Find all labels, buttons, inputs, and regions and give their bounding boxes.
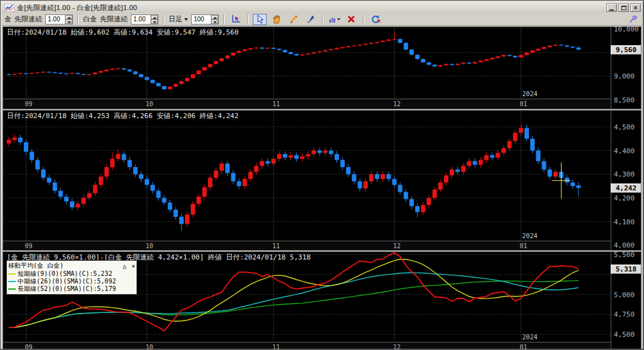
select-arrow-button[interactable] xyxy=(253,14,267,25)
chart-window: 金[先限連続]1.00 - 白金[先限連続]1.00 × 金 先限連続 1.00… xyxy=(0,0,644,350)
y-tick-label: 4,500 xyxy=(614,331,635,339)
x-month-label: 09 xyxy=(25,344,32,350)
y-tick-label: 4,200 xyxy=(614,194,635,202)
gold-candlestick-plot[interactable]: 2024 xyxy=(3,27,641,109)
toolbar-separator xyxy=(77,14,79,25)
chart-type-button[interactable] xyxy=(328,14,341,25)
gold-multiplier-input[interactable]: 1.00 xyxy=(45,14,73,25)
settings-wrench-icon[interactable] xyxy=(628,14,638,24)
y-tick-label: 4,500 xyxy=(614,123,635,131)
y-tick-label: 4,750 xyxy=(614,310,635,319)
y-tick-label: 10,000 xyxy=(614,25,639,33)
y-tick-label: 4,000 xyxy=(614,241,635,249)
platinum-price-label: 4,242 xyxy=(611,183,641,193)
ma-long-label: 長期線(52)(0)(SMA)(C):5,179 xyxy=(18,285,116,293)
platinum-series-label: 先限連続 xyxy=(100,14,128,24)
x-month-label: 09 xyxy=(25,243,32,249)
spread-chart-panel[interactable]: 2024 [金 先限連続 9,560×1.00]-[白金 先限連続 4,242×… xyxy=(3,251,641,349)
chart-type-icon xyxy=(328,14,341,24)
toolbar: 金 先限連続 1.00 白金 先限連続 1.00 日足 100 xyxy=(2,13,642,26)
bar-count-down-button[interactable] xyxy=(211,19,218,24)
y-tick-label: 4,100 xyxy=(614,218,635,226)
period-select[interactable]: 日足 xyxy=(169,14,182,24)
spread-price-label: 5,318 xyxy=(611,265,641,274)
gold-multiplier-up-button[interactable] xyxy=(65,15,72,19)
toolbar-separator xyxy=(363,14,364,25)
legend-title: 移動平均(金 白金) xyxy=(8,261,64,270)
y-tick-label: 8,500 xyxy=(614,96,635,104)
x-month-label: 10 xyxy=(146,243,153,249)
pencil-draw-button[interactable] xyxy=(287,14,301,25)
axis-pointer-icon xyxy=(230,14,242,24)
gold-series-label: 先限連続 xyxy=(14,14,42,24)
close-button[interactable]: × xyxy=(630,3,641,12)
pen-annotate-icon xyxy=(305,14,316,24)
x-month-label: 09 xyxy=(25,101,32,107)
y-tick-label: 9,000 xyxy=(614,72,635,80)
gold-x-axis: 0910111201 xyxy=(3,99,611,109)
platinum-x-axis: 0910111201 xyxy=(3,241,611,250)
legend-collapse-button[interactable]: △ xyxy=(123,263,126,270)
y-tick-label: 4,300 xyxy=(614,170,635,178)
x-month-label: 01 xyxy=(519,344,527,350)
x-month-label: 11 xyxy=(272,243,280,249)
toolbar-separator xyxy=(322,14,323,25)
refresh-button[interactable]: R xyxy=(369,14,382,25)
maximize-icon xyxy=(621,6,626,10)
title-bar[interactable]: 金[先限連続]1.00 - 白金[先限連続]1.00 × xyxy=(2,2,642,13)
gold-y-axis: 10,0009,0008,500 xyxy=(611,27,641,109)
delete-red-x-icon xyxy=(346,14,357,24)
platinum-candlestick-plot[interactable]: 2024 xyxy=(3,111,641,250)
toolbar-separator xyxy=(247,14,248,25)
minimize-button[interactable] xyxy=(606,3,617,12)
platinum-y-axis: 4,5004,4004,3004,2004,1004,000 xyxy=(611,111,641,250)
pencil-draw-icon xyxy=(288,14,299,24)
x-month-label: 10 xyxy=(146,101,153,107)
y-tick-label: 5,000 xyxy=(614,291,635,299)
ma-short-line-swatch xyxy=(8,273,16,275)
y-tick-label: 4,400 xyxy=(614,147,635,155)
x-month-label: 10 xyxy=(146,344,153,350)
platinum-multiplier-down-button[interactable] xyxy=(151,19,158,24)
toolbar-separator xyxy=(223,14,225,25)
platinum-multiplier-input[interactable]: 1.00 xyxy=(131,14,158,25)
platinum-multiplier-up-button[interactable] xyxy=(151,15,158,19)
axis-pointer-button[interactable] xyxy=(229,14,243,25)
x-month-label: 12 xyxy=(393,101,401,107)
gold-symbol-label: 金 xyxy=(4,14,11,24)
svg-text:R: R xyxy=(377,19,380,23)
delete-red-x-button[interactable] xyxy=(345,14,358,25)
select-arrow-icon xyxy=(254,14,265,24)
ma-mid-line-swatch xyxy=(8,281,16,282)
y-tick-label: 5,500 xyxy=(614,251,635,259)
maximize-button[interactable] xyxy=(618,3,629,12)
gold-price-label: 9,560 xyxy=(611,45,641,55)
gold-multiplier-down-button[interactable] xyxy=(65,19,72,24)
x-month-label: 11 xyxy=(272,344,280,350)
svg-text:2024: 2024 xyxy=(522,334,537,341)
hand-pan-icon xyxy=(271,14,282,24)
x-month-label: 01 xyxy=(519,101,527,107)
svg-text:2024: 2024 xyxy=(522,232,537,239)
toolbar-separator xyxy=(163,14,164,25)
x-month-label: 01 xyxy=(519,243,527,249)
x-month-label: 11 xyxy=(272,101,280,107)
chart-client-area: 2024 日付:2024/01/18 始値:9,602 高値:9,634 安値:… xyxy=(2,26,642,348)
spread-x-axis: 0910111201 xyxy=(3,342,611,349)
platinum-chart-panel[interactable]: 2024 日付:2024/01/18 始値:4,253 高値:4,266 安値:… xyxy=(3,110,641,251)
gold-chart-panel[interactable]: 2024 日付:2024/01/18 始値:9,602 高値:9,634 安値:… xyxy=(3,26,641,109)
bar-count-up-button[interactable] xyxy=(211,15,218,19)
bar-count-input[interactable]: 100 xyxy=(191,14,219,25)
close-icon: × xyxy=(633,4,637,11)
period-dropdown-icon[interactable] xyxy=(184,18,188,21)
pen-annotate-button[interactable] xyxy=(304,14,318,25)
x-month-label: 12 xyxy=(393,344,401,350)
ma-legend: 移動平均(金 白金) △ × 短期線(9)(0)(SMA)(C):5,232 中… xyxy=(6,260,137,295)
platinum-symbol-label: 白金 xyxy=(83,14,97,24)
refresh-icon: R xyxy=(370,14,381,24)
legend-close-button[interactable]: × xyxy=(131,263,135,270)
legend-row-long: 長期線(52)(0)(SMA)(C):5,179 xyxy=(8,285,135,293)
ma-long-line-swatch xyxy=(8,288,16,290)
hand-pan-button[interactable] xyxy=(270,14,284,25)
svg-text:2024: 2024 xyxy=(522,90,537,97)
